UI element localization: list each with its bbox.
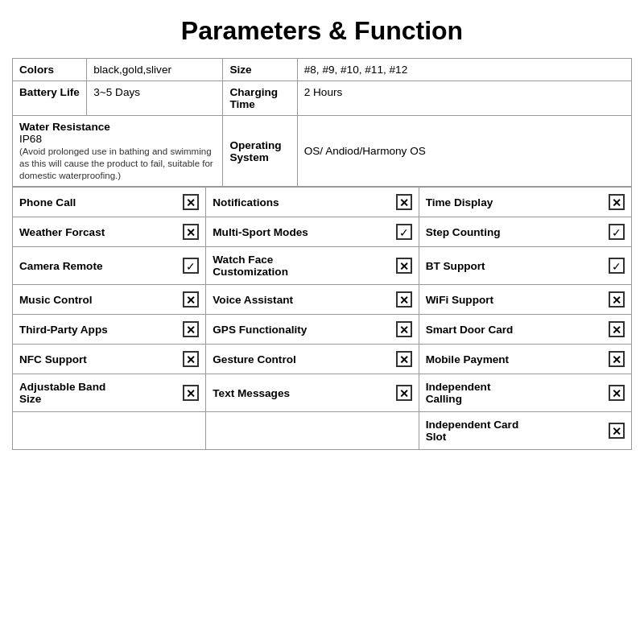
colors-label: Colors bbox=[19, 64, 54, 76]
x-icon: ✕ bbox=[609, 423, 625, 439]
x-icon: ✕ bbox=[609, 385, 625, 401]
water-note: (Avoid prolonged use in bathing and swim… bbox=[19, 147, 213, 180]
os-label: Operating System bbox=[229, 139, 281, 163]
x-icon: ✕ bbox=[183, 321, 199, 337]
battery-label: Battery Life bbox=[19, 86, 80, 98]
feature-label-col1: Adjustable Band Size bbox=[19, 381, 116, 405]
table-row: NFC Support✕Gesture Control✕Mobile Payme… bbox=[13, 345, 632, 374]
x-icon: ✕ bbox=[183, 291, 199, 308]
feature-label-col1: Third-Party Apps bbox=[19, 324, 116, 336]
x-icon: ✕ bbox=[183, 224, 199, 240]
x-icon: ✕ bbox=[396, 291, 412, 308]
feature-label-col1: NFC Support bbox=[19, 353, 116, 365]
feature-label-col3: Step Counting bbox=[426, 226, 522, 238]
feature-label-col2: Notifications bbox=[213, 196, 309, 208]
table-row: Adjustable Band Size✕Text Messages✕Indep… bbox=[13, 374, 632, 412]
water-value: IP68 bbox=[19, 133, 42, 145]
feature-label-col3: Mobile Payment bbox=[426, 353, 522, 365]
size-value: #8, #9, #10, #11, #12 bbox=[304, 64, 408, 76]
x-icon: ✕ bbox=[183, 385, 199, 401]
tick-icon: ✓ bbox=[396, 224, 412, 240]
page-title: Parameters & Function bbox=[12, 16, 632, 46]
x-icon: ✕ bbox=[396, 351, 412, 367]
x-icon: ✕ bbox=[609, 321, 625, 337]
feature-label-col1: Phone Call bbox=[19, 196, 116, 208]
os-value: OS/ Andiod/Harmony OS bbox=[304, 145, 426, 157]
feature-label-col3: Independent Card Slot bbox=[426, 419, 522, 443]
feature-label-col2: Watch Face Customization bbox=[213, 254, 309, 278]
feature-label-col2: GPS Functionality bbox=[213, 324, 309, 336]
x-icon: ✕ bbox=[183, 194, 199, 210]
colors-value: black,gold,sliver bbox=[93, 64, 171, 76]
tick-icon: ✓ bbox=[609, 224, 625, 240]
x-icon: ✕ bbox=[396, 385, 412, 401]
x-icon: ✕ bbox=[609, 351, 625, 367]
table-row: Phone Call✕Notifications✕Time Display✕ bbox=[13, 188, 632, 217]
table-row: Music Control✕Voice Assistant✕WiFi Suppo… bbox=[13, 285, 632, 315]
feature-label-col1: Camera Remote bbox=[19, 260, 116, 272]
params-table: Colors black,gold,sliver Size #8, #9, #1… bbox=[12, 58, 632, 187]
charging-label: Charging Time bbox=[229, 86, 278, 110]
feature-label-col2: Gesture Control bbox=[213, 353, 309, 365]
table-row: Independent Card Slot✕ bbox=[13, 412, 632, 450]
charging-value: 2 Hours bbox=[304, 86, 343, 98]
feature-label-col3: Independent Calling bbox=[426, 381, 522, 405]
battery-value: 3~5 Days bbox=[93, 86, 140, 98]
table-row: Camera Remote✓Watch Face Customization✕B… bbox=[13, 247, 632, 285]
tick-icon: ✓ bbox=[183, 258, 199, 274]
x-icon: ✕ bbox=[609, 291, 625, 308]
x-icon: ✕ bbox=[396, 194, 412, 210]
x-icon: ✕ bbox=[396, 321, 412, 337]
feature-label-col1: Music Control bbox=[19, 294, 116, 306]
feature-label-col2: Multi-Sport Modes bbox=[213, 226, 309, 238]
table-row: Weather Forcast✕Multi-Sport Modes✓Step C… bbox=[13, 217, 632, 247]
x-icon: ✕ bbox=[396, 258, 412, 274]
x-icon: ✕ bbox=[609, 194, 625, 210]
feature-label-col1: Weather Forcast bbox=[19, 226, 116, 238]
features-table: Phone Call✕Notifications✕Time Display✕We… bbox=[12, 187, 632, 450]
tick-icon: ✓ bbox=[609, 258, 625, 274]
table-row: Third-Party Apps✕GPS Functionality✕Smart… bbox=[13, 315, 632, 345]
feature-label-col3: BT Support bbox=[426, 260, 522, 272]
size-label: Size bbox=[229, 64, 251, 76]
x-icon: ✕ bbox=[183, 351, 199, 367]
feature-label-col2: Voice Assistant bbox=[213, 294, 309, 306]
feature-label-col3: Time Display bbox=[426, 196, 522, 208]
feature-label-col2: Text Messages bbox=[213, 387, 309, 399]
water-label: Water Resistance bbox=[19, 121, 110, 133]
feature-label-col3: Smart Door Card bbox=[426, 324, 522, 336]
feature-label-col3: WiFi Support bbox=[426, 294, 522, 306]
